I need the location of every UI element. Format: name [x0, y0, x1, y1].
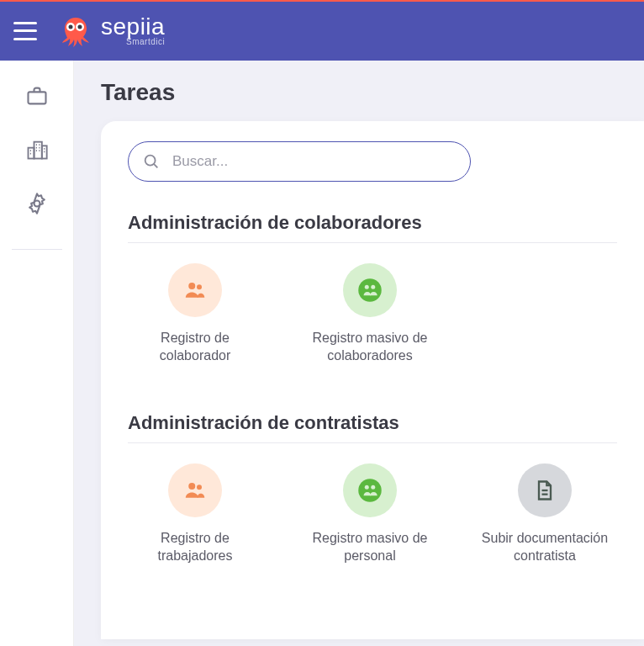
sidebar-item-buildings[interactable] [25, 138, 49, 162]
group-circle-icon [343, 263, 397, 317]
svg-point-16 [188, 483, 195, 490]
top-bar: sepiia Smartdici [0, 0, 644, 61]
search-input[interactable] [172, 153, 457, 170]
svg-rect-5 [34, 141, 41, 158]
tile-label: Registro masivo de personal [303, 529, 437, 565]
brand-name: sepiia [101, 15, 165, 39]
people-icon [168, 263, 222, 317]
svg-point-17 [197, 484, 202, 490]
svg-line-10 [154, 164, 157, 167]
svg-point-15 [371, 284, 375, 289]
content-card: Administración de colaboradores Registro… [101, 121, 644, 639]
sidebar [0, 61, 74, 646]
section-title-contratistas: Administración de contratistas [128, 412, 617, 443]
svg-rect-4 [28, 92, 45, 103]
tile-registro-trabajadores[interactable]: Registro de trabajadores [128, 463, 262, 565]
tile-subir-documentacion[interactable]: Subir documentación contratista [478, 463, 612, 565]
svg-point-9 [145, 155, 156, 165]
svg-point-14 [365, 284, 369, 289]
svg-point-19 [365, 485, 369, 490]
document-icon [518, 463, 572, 517]
tile-registro-colaborador[interactable]: Registro de colaborador [128, 263, 262, 365]
group-circle-icon [343, 463, 397, 517]
svg-point-20 [371, 485, 375, 490]
tile-label: Registro de trabajadores [128, 529, 262, 565]
tile-label: Registro masivo de colaboradores [303, 329, 437, 365]
people-icon [168, 463, 222, 517]
briefcase-icon [25, 84, 49, 108]
page-title: Tareas [101, 61, 644, 121]
sidebar-divider [12, 249, 62, 250]
tile-registro-masivo-personal[interactable]: Registro masivo de personal [303, 463, 437, 565]
svg-point-18 [358, 479, 382, 502]
sidebar-item-briefcase[interactable] [25, 84, 49, 108]
buildings-icon [25, 138, 49, 162]
tile-label: Registro de colaborador [128, 329, 262, 365]
svg-point-1 [69, 24, 73, 29]
svg-point-13 [358, 278, 382, 302]
section-title-colaboradores: Administración de colaboradores [128, 212, 617, 243]
tile-registro-masivo-colaboradores[interactable]: Registro masivo de colaboradores [303, 263, 437, 365]
gear-icon [25, 192, 49, 215]
svg-point-12 [197, 284, 202, 289]
search-field[interactable] [128, 141, 471, 182]
sidebar-item-settings[interactable] [25, 192, 49, 215]
brand-logo[interactable]: sepiia Smartdici [57, 13, 165, 50]
svg-point-3 [78, 24, 82, 29]
svg-point-11 [188, 283, 195, 289]
menu-toggle-button[interactable] [13, 22, 37, 40]
search-icon [142, 152, 161, 171]
tile-label: Subir documentación contratista [478, 529, 612, 565]
squid-logo-icon [57, 13, 94, 50]
